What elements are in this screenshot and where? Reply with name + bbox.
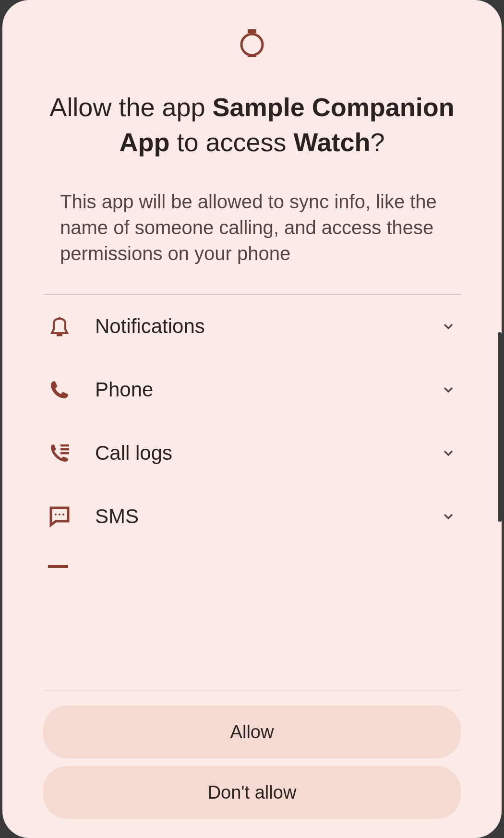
permission-item-phone[interactable]: Phone [48,358,456,421]
dialog-header: Allow the app Sample Companion App to ac… [2,0,502,160]
dialog-description: This app will be allowed to sync info, l… [2,189,502,266]
scrollbar[interactable] [498,332,502,522]
svg-point-4 [55,514,57,515]
svg-rect-1 [60,444,69,446]
svg-rect-3 [60,452,69,454]
deny-button[interactable]: Don't allow [43,766,461,819]
svg-point-0 [241,34,263,55]
phone-icon [48,378,71,401]
allow-button[interactable]: Allow [43,706,461,758]
dialog-title: Allow the app Sample Companion App to ac… [2,90,502,160]
permission-label: Notifications [95,315,441,338]
permission-item-call-logs[interactable]: Call logs [48,421,456,485]
permission-item-notifications[interactable]: Notifications [48,295,456,358]
chevron-down-icon [441,319,456,334]
chevron-down-icon [441,445,456,461]
svg-rect-2 [60,448,69,450]
permissions-container: Notifications Phone [2,295,502,686]
notifications-icon [48,315,71,338]
title-middle: to access [169,128,293,156]
call-logs-icon [48,442,71,465]
permissions-list: Notifications Phone [2,295,502,548]
permission-label: Call logs [95,442,441,465]
permission-label: Phone [95,378,441,401]
permission-label: SMS [95,505,441,528]
chevron-down-icon [441,509,456,524]
permission-item-partial [2,548,502,568]
svg-point-5 [59,514,60,515]
sms-icon [48,505,71,528]
access-target: Watch [294,128,371,156]
permission-item-sms[interactable]: SMS [48,485,456,548]
title-prefix: Allow the app [49,93,212,121]
title-suffix: ? [371,128,385,156]
partial-icon [48,565,68,568]
watch-icon [240,26,264,60]
chevron-down-icon [441,382,456,397]
permission-dialog: Allow the app Sample Companion App to ac… [2,0,502,838]
dialog-buttons: Allow Don't allow [2,691,502,838]
svg-point-6 [62,514,64,515]
